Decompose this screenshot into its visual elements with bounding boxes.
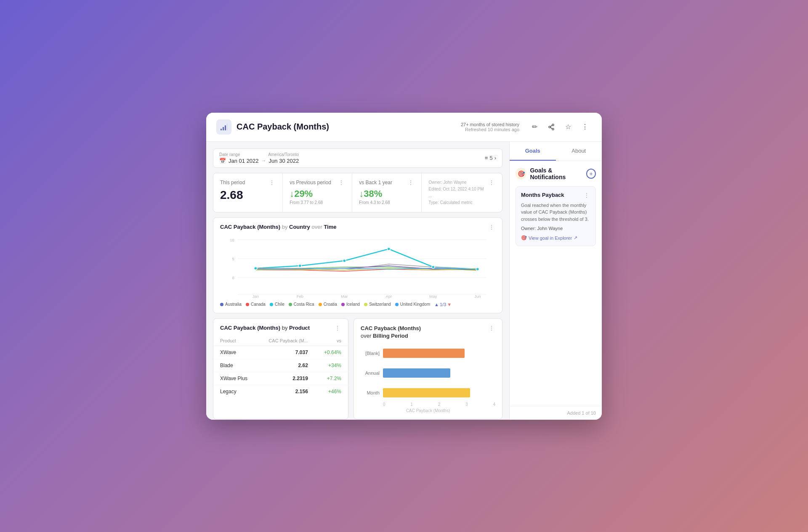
bar-label: Annual [361,371,380,376]
col-product: Product [213,336,258,346]
calendar-icon: 📅 [219,158,226,164]
right-panel: Goals About 🎯 Goals & Notifications + Mo… [509,142,602,420]
kpi-meta-more[interactable]: ⋮ [488,179,495,186]
header-right: 27+ months of stored history Refreshed 1… [461,120,592,134]
kpi-vs-year-value: ↓38% [359,188,415,199]
svg-point-26 [432,265,435,268]
product-name: Legacy [213,385,258,398]
table-row: XWave 7.037 +0.64% [213,346,348,359]
product-name: XWave Plus [213,372,258,385]
timezone-label: America/Toronto [268,152,299,157]
bar-row: Month [361,388,495,397]
kpi-vs-previous-more[interactable]: ⋮ [338,179,345,186]
date-range-left: Date range America/Toronto 📅 Jan 01 2022… [219,152,299,164]
goals-title: Goals & Notifications [530,167,586,180]
legend-dot-iceland [341,303,345,306]
goal-card-more[interactable]: ⋮ [583,192,590,199]
axis-label: 2 [438,402,441,407]
legend-dot-uk [395,303,399,306]
product-value: 7.037 [258,346,315,359]
legend-croatia: Croatia [319,302,337,307]
kpi-vs-year-more[interactable]: ⋮ [407,179,415,186]
line-chart-title-text: CAC Payback (Months) by Country over Tim… [220,224,337,230]
date-range-bar[interactable]: Date range America/Toronto 📅 Jan 01 2022… [213,148,502,168]
history-label: 27+ months of stored history [461,122,519,127]
tab-about[interactable]: About [556,142,602,161]
view-goal-link[interactable]: 🎯 View goal in Explorer ↗ [521,235,590,241]
legend-uk: United Kingdom [395,302,430,307]
legend-switzerland: Switzerland [364,302,391,307]
filter-button[interactable]: ≡ 5 › [485,155,496,161]
product-value: 2.62 [258,359,315,372]
table-row: Blade 2.62 +34% [213,359,348,372]
svg-point-6 [552,128,554,130]
kpi-this-period-value: 2.68 [220,188,276,202]
product-table-header-row: Product CAC Payback (M... vs [213,336,348,346]
svg-rect-0 [221,129,222,130]
kpi-vs-previous-label: vs Previous period ⋮ [290,179,345,186]
table-row: Legacy 2.156 +46% [213,385,348,398]
bottom-row: CAC Payback (Months) by Product ⋮ Produc… [213,318,502,419]
axis-label: 4 [493,402,495,407]
bar-label: Month [361,390,380,395]
product-table-more[interactable]: ⋮ [334,325,341,331]
legend-australia: Australia [220,302,242,307]
goal-card-header: Months Payback ⋮ [521,192,590,199]
col-value: CAC Payback (M... [258,336,315,346]
legend-iceland: Iceland [341,302,360,307]
product-table-header: CAC Payback (Months) by Product ⋮ [213,325,348,331]
svg-rect-3 [227,124,227,130]
goals-icon: 🎯 [516,168,526,180]
svg-text:0: 0 [232,276,234,280]
legend-costa-rica: Costa Rica [289,302,314,307]
add-goal-button[interactable]: + [586,169,596,179]
bar-fill [383,388,470,397]
kpi-this-period: This period ⋮ 2.68 [213,173,283,212]
bar-fill [383,349,465,358]
triangle-up-icon: ▲ [434,302,439,307]
right-panel-footer: Added 1 of 10 [510,406,602,420]
line-chart-more[interactable]: ⋮ [488,224,495,230]
legend-pages[interactable]: ▲ 1/3 ▼ [434,302,452,307]
goal-card: Months Payback ⋮ Goal reached when the m… [516,186,596,246]
goal-card-description: Goal reached when the monthly value of C… [521,202,590,223]
goals-header: 🎯 Goals & Notifications + [516,167,596,180]
svg-text:Mar: Mar [341,294,348,299]
table-row: XWave Plus 2.2319 +7.2% [213,372,348,385]
kpi-meta-card: Owner: John Wayne Edited: Oct 12, 2022 4… [422,173,502,212]
bar-chart-header: CAC Payback (Months) over Billing Period… [361,325,495,340]
bar-container [383,368,495,378]
tab-goals[interactable]: Goals [510,142,556,161]
legend-dot-croatia [319,303,322,306]
svg-text:Feb: Feb [297,294,303,299]
metric-icon [216,119,231,135]
product-name: Blade [213,359,258,372]
legend-chile: Chile [270,302,284,307]
product-value: 2.156 [258,385,315,398]
share-button[interactable] [545,120,558,134]
kpi-vs-previous-value: ↓29% [290,188,345,199]
product-vs: +0.64% [315,346,348,359]
triangle-down-icon: ▼ [447,302,452,307]
goals-title-row: 🎯 Goals & Notifications [516,167,586,180]
chevron-right-icon: › [494,155,496,161]
svg-text:Jun: Jun [474,294,481,299]
header-left: CAC Payback (Months) [216,119,329,135]
kpi-this-period-more[interactable]: ⋮ [268,179,276,186]
bar-container [383,349,495,358]
product-table-title: CAC Payback (Months) by Product [220,325,310,331]
legend-dot-australia [220,303,223,306]
left-panel: Date range America/Toronto 📅 Jan 01 2022… [206,142,509,420]
svg-point-5 [549,126,550,128]
kpi-vs-year: vs Back 1 year ⋮ ↓38% From 4.3 to 2.68 [352,173,422,212]
favorite-button[interactable]: ☆ [561,120,575,134]
bar-chart-more[interactable]: ⋮ [488,325,495,331]
kpi-row: This period ⋮ 2.68 vs Previous period ⋮ … [213,173,502,212]
svg-line-7 [550,125,553,127]
date-start: Jan 01 2022 [229,158,259,164]
bar-row: [Blank] [361,349,495,358]
line-chart-section: CAC Payback (Months) by Country over Tim… [213,217,502,313]
edit-button[interactable]: ✏ [528,120,541,134]
more-options-button[interactable]: ⋮ [578,120,592,134]
svg-point-23 [298,264,301,267]
